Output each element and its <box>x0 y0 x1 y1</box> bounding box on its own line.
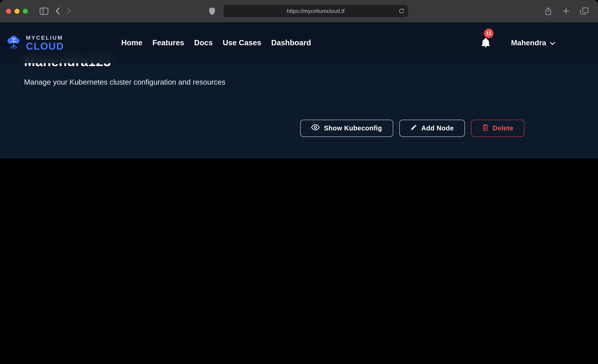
new-tab-icon[interactable] <box>563 8 569 14</box>
privacy-shield-icon[interactable] <box>208 7 215 15</box>
nav-links: Home Features Docs Use Cases Dashboard <box>121 39 311 47</box>
chevron-down-icon <box>549 39 555 47</box>
page-viewport: MYCELIUM CLOUD Home Features Docs Use Ca… <box>0 23 598 158</box>
add-node-button[interactable]: Add Node <box>399 120 465 137</box>
share-icon[interactable] <box>545 7 552 16</box>
nav-link-use-cases[interactable]: Use Cases <box>223 39 261 47</box>
brand-line2: CLOUD <box>26 41 64 51</box>
back-button[interactable] <box>55 7 60 15</box>
delete-cluster-button[interactable]: Delete <box>471 120 524 137</box>
forward-button[interactable] <box>67 7 71 15</box>
eye-icon <box>311 124 320 133</box>
notifications-button[interactable]: 11 <box>481 37 490 49</box>
site-navbar: MYCELIUM CLOUD Home Features Docs Use Ca… <box>0 23 598 63</box>
trash-icon <box>482 124 489 133</box>
zoom-window-button[interactable] <box>23 9 28 14</box>
show-kubeconfig-label: Show Kubeconfig <box>324 124 382 132</box>
nav-link-docs[interactable]: Docs <box>194 39 213 47</box>
add-node-label: Add Node <box>421 124 454 132</box>
brand-text: MYCELIUM CLOUD <box>26 34 64 51</box>
pencil-icon <box>410 124 417 133</box>
reload-icon[interactable] <box>398 8 405 15</box>
browser-window: https://myceliumcloud.tf <box>0 0 598 158</box>
notification-badge: 11 <box>484 29 493 38</box>
sidebar-toggle-icon[interactable] <box>40 8 49 15</box>
bell-icon <box>481 42 490 49</box>
tab-overview-icon[interactable] <box>580 7 589 15</box>
nav-link-features[interactable]: Features <box>152 39 184 47</box>
brand-logo[interactable]: MYCELIUM CLOUD <box>5 34 121 52</box>
delete-label: Delete <box>493 124 513 132</box>
nav-link-dashboard[interactable]: Dashboard <box>271 39 311 47</box>
address-bar[interactable]: https://myceliumcloud.tf <box>223 5 408 17</box>
browser-toolbar: https://myceliumcloud.tf <box>0 0 598 23</box>
brand-line1: MYCELIUM <box>26 34 64 41</box>
screen: https://myceliumcloud.tf <box>0 0 598 158</box>
toolbar-right-icons <box>541 7 592 16</box>
window-controls <box>6 9 28 14</box>
show-kubeconfig-button[interactable]: Show Kubeconfig <box>300 120 393 137</box>
mycelium-logo-icon <box>5 34 22 52</box>
close-window-button[interactable] <box>6 9 11 14</box>
minimize-window-button[interactable] <box>14 9 19 14</box>
navbar-right: 11 Mahendra <box>481 37 555 49</box>
user-menu[interactable]: Mahendra <box>511 39 555 47</box>
nav-link-home[interactable]: Home <box>121 39 142 47</box>
user-name: Mahendra <box>511 39 546 47</box>
url-text: https://myceliumcloud.tf <box>287 8 344 14</box>
cluster-actions: Show Kubeconfig Add Node Delete <box>24 120 544 137</box>
page-subtitle: Manage your Kubernetes cluster configura… <box>24 78 598 86</box>
